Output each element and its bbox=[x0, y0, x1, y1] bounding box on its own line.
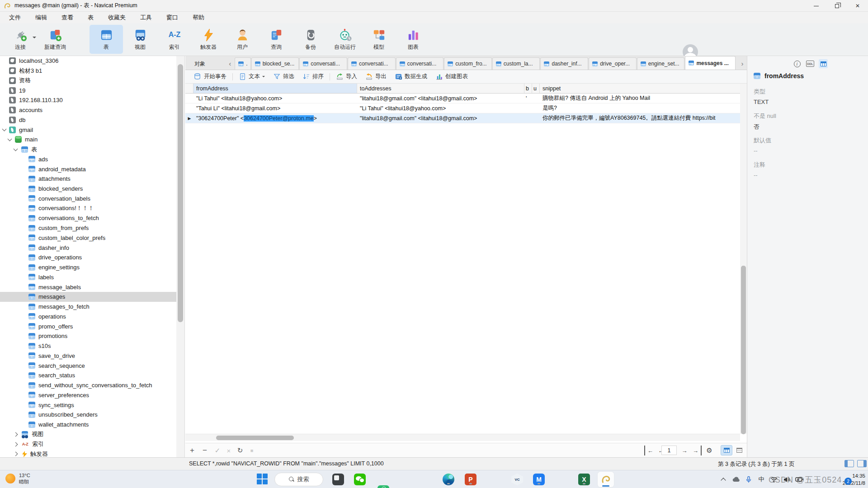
ime-indicator[interactable]: 中 bbox=[755, 470, 768, 488]
menu-help[interactable]: 帮助 bbox=[185, 12, 212, 23]
restore-button[interactable] bbox=[826, 0, 847, 12]
toggle-left-panel-button[interactable] bbox=[844, 460, 854, 467]
tab-scroll-left-button[interactable]: ‹ bbox=[226, 58, 234, 69]
tab-custom-from-prefs[interactable]: custom_fro... bbox=[444, 57, 492, 70]
menu-view[interactable]: 查看 bbox=[54, 12, 80, 23]
stop-button[interactable]: ■ bbox=[247, 446, 257, 455]
add-record-button[interactable]: + bbox=[187, 446, 197, 455]
menu-tools[interactable]: 工具 bbox=[133, 12, 159, 23]
edge-icon[interactable] bbox=[443, 474, 454, 485]
table-item[interactable]: conversation_labels bbox=[0, 194, 176, 204]
menu-table[interactable]: 表 bbox=[80, 12, 101, 23]
scrollbar-thumb[interactable] bbox=[741, 266, 746, 434]
cell-fromAddress[interactable]: "Li Tahui" <litahui18@yahoo.com> bbox=[193, 94, 357, 103]
table-item[interactable]: server_preferences bbox=[0, 390, 176, 400]
cell-u[interactable] bbox=[532, 113, 540, 123]
chevron-collapsed-icon[interactable] bbox=[14, 442, 18, 446]
sort-button[interactable]: 排序 bbox=[298, 71, 328, 82]
connection-item[interactable]: accounts bbox=[0, 105, 176, 115]
table-row-selected[interactable]: ▶ "30624700Peter" <30624700Peter@proton.… bbox=[185, 113, 747, 123]
sidebar-scrollbar-thumb[interactable] bbox=[178, 64, 183, 322]
create-chart-button[interactable]: 创建图表 bbox=[431, 71, 472, 82]
tab-scroll-right-button[interactable]: › bbox=[739, 58, 746, 69]
ddl-tab-button[interactable]: DDL bbox=[806, 59, 815, 68]
column-header-snippet[interactable]: snippet bbox=[540, 84, 747, 93]
last-page-button[interactable]: → bbox=[691, 446, 702, 455]
table-item[interactable]: dasher_info bbox=[0, 243, 176, 253]
onedrive-cloud-icon[interactable] bbox=[730, 470, 742, 488]
column-header-fromAddress[interactable]: fromAddress bbox=[193, 84, 357, 93]
chevron-expanded-icon[interactable] bbox=[8, 136, 12, 141]
table-item[interactable]: wallet_attachments bbox=[0, 420, 176, 430]
menu-file[interactable]: 文件 bbox=[2, 12, 28, 23]
desktop-app-icon[interactable] bbox=[332, 474, 344, 485]
table-row[interactable]: "Li Tahui" <litahui18@yahoo.com> "litahu… bbox=[185, 94, 747, 103]
table-item[interactable]: search_sequence bbox=[0, 361, 176, 371]
tab-engine-settings[interactable]: engine_set... bbox=[637, 57, 685, 70]
connection-item-gmail[interactable]: gmail bbox=[0, 125, 176, 135]
table-item[interactable]: custom_label_color_prefs bbox=[0, 233, 176, 243]
microphone-icon[interactable] bbox=[742, 470, 755, 488]
cell-toAddresses[interactable]: "litahui18@gmail.com" <litahui18@gmail.c… bbox=[357, 94, 524, 103]
table-item[interactable]: promotions bbox=[0, 331, 176, 341]
cell-u[interactable] bbox=[532, 94, 540, 103]
table-row[interactable]: "Tahui Li" <litahui18@gmail.com> "Li Tah… bbox=[185, 103, 747, 113]
database-item-main[interactable]: main bbox=[0, 135, 176, 145]
m-app-icon[interactable]: M bbox=[533, 474, 545, 485]
wechat-icon[interactable] bbox=[354, 474, 366, 485]
table-item[interactable]: ads bbox=[0, 155, 176, 164]
tab-objects[interactable]: 对象 bbox=[191, 57, 223, 70]
connection-item[interactable]: 检材3 b1 bbox=[0, 66, 176, 76]
page-number-input[interactable]: 1 bbox=[661, 446, 677, 455]
scrollbar-thumb[interactable] bbox=[216, 436, 294, 440]
cell-fromAddress-editing[interactable]: "30624700Peter" <30624700Peter@proton.me… bbox=[193, 113, 357, 123]
table-item[interactable]: save_to_drive bbox=[0, 351, 176, 361]
cell-b[interactable] bbox=[524, 103, 532, 113]
tab-drive-operations[interactable]: drive_oper... bbox=[589, 57, 637, 70]
close-button[interactable]: ✕ bbox=[847, 0, 868, 12]
table-item[interactable]: promo_offers bbox=[0, 321, 176, 331]
tab-conversations[interactable]: conversati... bbox=[348, 57, 396, 70]
chevron-collapsed-icon[interactable] bbox=[14, 432, 18, 436]
table-item[interactable]: blocked_senders bbox=[0, 184, 176, 194]
powerpoint-icon[interactable]: P bbox=[465, 474, 476, 485]
first-page-button[interactable]: ← bbox=[644, 446, 655, 455]
tables-folder[interactable]: 表 bbox=[0, 145, 176, 155]
import-button[interactable]: 导入 bbox=[332, 71, 361, 82]
menu-window[interactable]: 窗口 bbox=[159, 12, 185, 23]
connection-item[interactable]: localhost_3306 bbox=[0, 56, 176, 66]
grid-vertical-scrollbar[interactable] bbox=[740, 84, 747, 434]
begin-transaction-button[interactable]: 开始事务 bbox=[190, 71, 231, 82]
tab-custom-label-prefs[interactable]: custom_la... bbox=[492, 57, 540, 70]
page-settings-button[interactable]: ⚙ bbox=[704, 446, 714, 455]
data-generation-button[interactable]: 数据生成 bbox=[391, 71, 431, 82]
minimize-button[interactable] bbox=[806, 0, 826, 12]
table-item[interactable]: android_metadata bbox=[0, 164, 176, 174]
connection-button[interactable]: 连接 bbox=[4, 25, 37, 54]
table-item[interactable]: sync_settings bbox=[0, 400, 176, 410]
table-item[interactable]: s10s bbox=[0, 341, 176, 351]
triggers-button[interactable]: 触发器 bbox=[192, 25, 225, 54]
table-item[interactable]: unsubscribed_senders bbox=[0, 410, 176, 420]
table-item[interactable]: conversations!！！！ bbox=[0, 203, 176, 213]
text-mode-button[interactable]: 文本 bbox=[235, 71, 269, 82]
tray-expand-button[interactable] bbox=[717, 470, 730, 488]
cell-toAddresses[interactable]: "litahui18@gmail.com" <litahui18@gmail.c… bbox=[357, 113, 524, 123]
table-item[interactable]: attachments bbox=[0, 174, 176, 184]
sidebar-scrollbar[interactable] bbox=[176, 56, 185, 457]
indexes-folder[interactable]: A-Z索引 bbox=[0, 439, 176, 449]
menu-edit[interactable]: 编辑 bbox=[28, 12, 54, 23]
cell-snippet[interactable]: 購物群組? 傳送自 Android 上的 Yahoo Mail bbox=[540, 94, 747, 103]
menu-favorites[interactable]: 收藏夹 bbox=[101, 12, 133, 23]
veracrypt-icon[interactable]: VC bbox=[511, 474, 523, 485]
table-item[interactable]: engine_settings bbox=[0, 263, 176, 272]
cell-toAddresses[interactable]: "Li Tahui" <litahui18@yahoo.com> bbox=[357, 103, 524, 113]
toggle-right-panel-button[interactable] bbox=[857, 460, 867, 467]
table-item[interactable]: search_status bbox=[0, 371, 176, 380]
automation-button[interactable]: 自动运行 bbox=[328, 25, 362, 54]
taskbar-search[interactable]: 搜索 bbox=[274, 473, 323, 486]
table-item[interactable]: message_labels bbox=[0, 282, 176, 292]
connection-item[interactable]: 资格 bbox=[0, 76, 176, 86]
table-item[interactable]: messages_to_fetch bbox=[0, 302, 176, 312]
form-view-button[interactable] bbox=[733, 445, 745, 455]
